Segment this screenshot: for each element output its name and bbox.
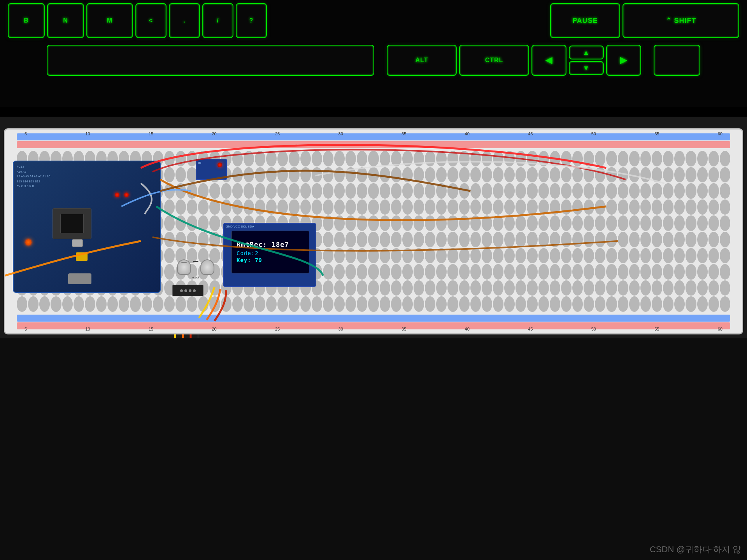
breadboard-hole — [209, 215, 220, 231]
breadboard-hole — [686, 248, 696, 264]
breadboard-hole — [62, 296, 73, 312]
breadboard-hole — [663, 151, 673, 166]
breadboard-hole — [266, 167, 277, 183]
key-alt[interactable]: ALT — [387, 45, 457, 76]
stm32-reset-button[interactable] — [72, 239, 83, 247]
stm32-mcu-chip — [53, 208, 91, 239]
vertical-arrows: ▲ ▼ — [569, 46, 604, 75]
breadboard-hole — [323, 264, 333, 280]
breadboard-hole — [436, 183, 447, 199]
breadboard-hole — [300, 296, 311, 312]
breadboard-hole — [652, 296, 662, 312]
breadboard-hole — [357, 151, 367, 166]
breadboard-hole — [470, 167, 481, 183]
breadboard-hole — [618, 280, 628, 296]
key-shift-right[interactable]: ⌃ SHIFT — [622, 3, 739, 38]
key-right-arrow[interactable]: ▶ — [606, 45, 641, 76]
breadboard-numbers-bottom: 51015202530 354045505560 — [25, 327, 722, 331]
key-extra-right[interactable] — [654, 45, 700, 76]
breadboard-hole — [130, 296, 140, 312]
breadboard-hole — [720, 183, 730, 199]
key-question[interactable]: ? — [236, 3, 267, 38]
breadboard-hole — [720, 232, 730, 247]
breadboard-hole — [300, 151, 311, 166]
key-ctrl[interactable]: CTRL — [459, 45, 529, 76]
breadboard-hole — [266, 151, 277, 166]
breadboard-hole — [686, 296, 696, 312]
breadboard-hole — [697, 264, 708, 280]
key-comma[interactable]: < — [135, 3, 167, 38]
breadboard-hole — [380, 167, 390, 183]
breadboard-hole — [39, 296, 50, 312]
breadboard-hole — [470, 264, 481, 280]
key-down-arrow[interactable]: ▼ — [569, 61, 604, 75]
breadboard-hole — [255, 151, 265, 166]
ir-led-indicator — [217, 163, 222, 167]
oled-display-module: GND VCC SCL SDA RmtRec: 18e7 Code:2 Key:… — [223, 223, 316, 287]
breadboard-hole — [232, 167, 243, 183]
key-pause[interactable]: PAUSE — [550, 3, 620, 38]
breadboard-hole — [584, 232, 594, 247]
breadboard-hole — [640, 280, 651, 296]
breadboard-hole — [345, 232, 356, 247]
key-left-arrow[interactable]: ◀ — [531, 45, 566, 76]
breadboard-hole — [493, 248, 503, 264]
breadboard-hole — [697, 183, 708, 199]
breadboard-hole — [142, 296, 152, 312]
breadboard-hole — [402, 280, 413, 296]
breadboard-hole — [708, 296, 719, 312]
key-up-arrow[interactable]: ▲ — [569, 46, 604, 60]
breadboard-hole — [221, 296, 231, 312]
breadboard-hole — [652, 248, 662, 264]
breadboard-hole — [708, 200, 719, 215]
breadboard-hole — [720, 167, 730, 183]
breadboard-hole — [289, 200, 299, 215]
breadboard-hole — [459, 264, 470, 280]
breadboard-hole — [459, 167, 470, 183]
key-spacebar[interactable] — [47, 45, 374, 76]
breadboard-hole — [107, 296, 118, 312]
breadboard-hole — [357, 296, 367, 312]
breadboard-hole — [368, 296, 379, 312]
breadboard-hole — [187, 200, 197, 215]
breadboard-hole — [618, 296, 628, 312]
breadboard-hole — [708, 248, 719, 264]
stm32-usb-port — [68, 273, 91, 284]
key-m[interactable]: M — [86, 3, 133, 38]
breadboard-hole — [187, 183, 197, 199]
desk-surface — [0, 338, 747, 560]
breadboard-hole — [482, 248, 492, 264]
breadboard-hole — [674, 183, 685, 199]
breadboard-hole — [334, 200, 345, 215]
breadboard-hole — [595, 280, 605, 296]
breadboard-hole — [447, 248, 458, 264]
breadboard-hole — [470, 248, 481, 264]
breadboard-hole — [674, 167, 685, 183]
breadboard-hole — [516, 167, 526, 183]
breadboard-hole — [527, 296, 537, 312]
breadboard-hole — [198, 232, 209, 247]
breadboard-hole — [414, 264, 424, 280]
breadboard-hole — [436, 215, 447, 231]
breadboard-hole — [345, 200, 356, 215]
breadboard-hole — [345, 183, 356, 199]
breadboard-hole — [663, 248, 673, 264]
key-period[interactable]: . — [169, 3, 200, 38]
breadboard-hole — [504, 167, 515, 183]
breadboard-hole — [402, 215, 413, 231]
breadboard-hole — [504, 232, 515, 247]
key-n[interactable]: N — [47, 3, 84, 38]
breadboard-hole — [175, 215, 186, 231]
breadboard-hole — [334, 215, 345, 231]
breadboard-hole — [414, 232, 424, 247]
breadboard-hole — [697, 280, 708, 296]
key-b[interactable]: B — [8, 3, 45, 38]
breadboard-hole — [572, 215, 583, 231]
breadboard-hole — [187, 296, 197, 312]
breadboard-hole — [674, 264, 685, 280]
breadboard-hole — [17, 296, 27, 312]
breadboard-hole — [572, 232, 583, 247]
breadboard-hole — [538, 296, 549, 312]
key-slash[interactable]: / — [202, 3, 233, 38]
breadboard-hole — [425, 280, 435, 296]
